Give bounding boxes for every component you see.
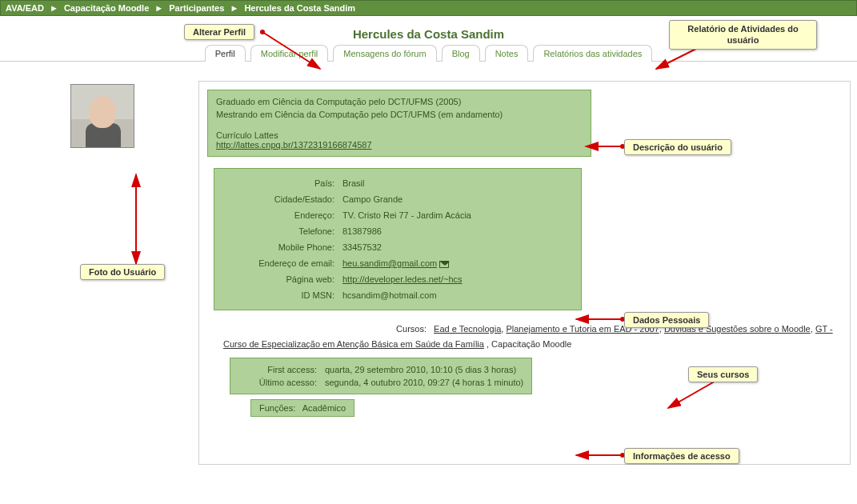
field-value: segunda, 4 outubro 2010, 09:27 (4 horas …	[325, 378, 523, 387]
field-label: Telefone:	[222, 226, 342, 236]
breadcrumb-item[interactable]: Capacitação Moodle	[64, 3, 149, 13]
callout-dados: Dados Pessoais	[624, 312, 709, 328]
description-line: Mestrando em Ciência da Computação pelo …	[216, 110, 583, 119]
field-label: Página web:	[222, 274, 342, 284]
field-label: Último acesso:	[238, 378, 325, 387]
field-label: Funções:	[259, 403, 300, 413]
callout-alterar-perfil: Alterar Perfil	[184, 24, 254, 40]
field-label: Mobile Phone:	[222, 242, 342, 252]
field-value: Brasil	[342, 178, 573, 188]
tab-relatorios-atividades[interactable]: Relatórios das atividades	[533, 45, 652, 62]
avatar	[70, 84, 134, 148]
roles-box: Funções: Acadêmico	[250, 399, 354, 417]
field-value: hcsandim@hotmail.com	[342, 290, 573, 300]
web-link[interactable]: http://developer.ledes.net/~hcs	[342, 274, 463, 284]
callout-foto: Foto do Usuário	[80, 264, 165, 280]
field-value: 33457532	[342, 242, 573, 252]
profile-panel: Graduado em Ciência da Computação pelo D…	[198, 81, 851, 465]
lattes-link[interactable]: http://lattes.cnpq.br/1372319166874587	[216, 140, 372, 150]
breadcrumb-sep: ►	[46, 3, 62, 13]
breadcrumb-item[interactable]: AVA/EAD	[6, 3, 44, 13]
field-label: First access:	[238, 365, 325, 374]
personal-data-box: País:Brasil Cidade/Estado:Campo Grande E…	[214, 168, 582, 310]
tabs: Perfil Modificar perfil Mensagens do fór…	[205, 45, 653, 62]
callout-cursos: Seus cursos	[688, 366, 758, 382]
description-line: Graduado em Ciência da Computação pelo D…	[216, 97, 583, 106]
breadcrumb: AVA/EAD ► Capacitação Moodle ► Participa…	[0, 0, 857, 16]
field-label: Endereço:	[222, 210, 342, 220]
callout-acesso: Informações de acesso	[624, 448, 739, 464]
field-value: 81387986	[342, 226, 573, 236]
field-value: TV. Cristo Rei 77 - Jardim Acácia	[342, 210, 573, 220]
courses-line: Cursos: Ead e Tecnologia, Planejamento e…	[207, 322, 842, 351]
tab-mensagens-forum[interactable]: Mensagens do fórum	[333, 45, 436, 62]
breadcrumb-item: Hercules da Costa Sandim	[244, 3, 355, 13]
breadcrumb-sep: ►	[151, 3, 166, 13]
lattes-label: Currículo Lattes	[216, 130, 583, 140]
description-box: Graduado em Ciência da Computação pelo D…	[207, 90, 591, 157]
breadcrumb-item[interactable]: Participantes	[169, 3, 224, 13]
breadcrumb-sep: ►	[226, 3, 242, 13]
courses-label: Cursos:	[223, 322, 431, 337]
field-value: quarta, 29 setembro 2010, 10:10 (5 dias …	[325, 365, 516, 374]
email-link[interactable]: heu.sandim@gmail.com	[342, 258, 437, 268]
envelope-icon	[439, 261, 449, 268]
tab-perfil[interactable]: Perfil	[205, 45, 246, 62]
field-label: País:	[222, 178, 342, 188]
tab-blog[interactable]: Blog	[442, 45, 480, 62]
access-box: First access:quarta, 29 setembro 2010, 1…	[230, 358, 532, 394]
course-plain: Capacitação Moodle	[491, 339, 571, 349]
tab-notes[interactable]: Notes	[485, 45, 529, 62]
field-value: Acadêmico	[302, 403, 346, 413]
field-value: Campo Grande	[342, 194, 573, 204]
page-title: Hercules da Costa Sandim	[353, 27, 504, 41]
tab-modificar-perfil[interactable]: Modificar perfil	[250, 45, 329, 62]
field-label: Cidade/Estado:	[222, 194, 342, 204]
field-label: ID MSN:	[222, 290, 342, 300]
callout-descricao: Descrição do usuário	[624, 139, 731, 155]
field-label: Endereço de email:	[222, 258, 342, 268]
callout-relatorio: Relatório de Atividades do usuário	[669, 20, 817, 50]
course-link[interactable]: Ead e Tecnologia	[434, 324, 501, 334]
